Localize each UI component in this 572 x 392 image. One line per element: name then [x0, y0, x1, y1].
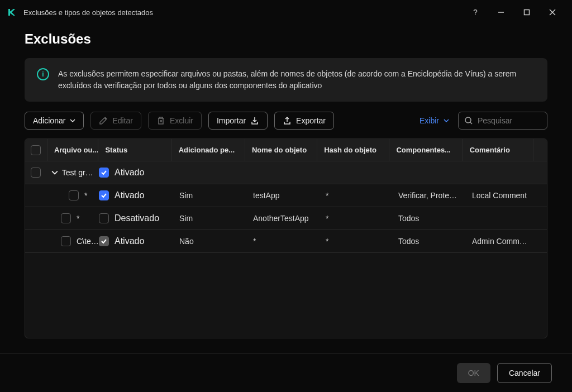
chevron-down-icon — [70, 118, 75, 123]
chevron-down-icon — [444, 118, 449, 123]
add-button-label: Adicionar — [33, 116, 65, 125]
info-text: As exclusões permitem especificar arquiv… — [58, 68, 535, 92]
status-checkbox[interactable] — [99, 236, 109, 246]
cell-file: Test gro... — [62, 168, 96, 177]
app-logo-icon — [7, 7, 17, 17]
import-button-label: Importar — [217, 116, 246, 125]
table-header: Arquivo ou... Status Adicionado pe... No… — [25, 139, 547, 161]
col-status[interactable]: Status — [98, 139, 171, 161]
cell-comment: Local Comment — [465, 191, 536, 200]
info-banner: i As exclusões permitem especificar arqu… — [25, 58, 547, 102]
col-check — [25, 139, 47, 161]
window-title: Exclusões e tipos de objetos detectados — [23, 8, 153, 17]
cell-added: Sim — [173, 191, 246, 200]
edit-button-label: Editar — [112, 116, 133, 125]
expand-icon[interactable] — [51, 169, 59, 176]
delete-button-label: Excluir — [170, 116, 193, 125]
svg-point-4 — [465, 117, 471, 123]
cell-objname: AnotherTestApp — [246, 214, 319, 223]
minimize-button[interactable] — [488, 3, 514, 21]
col-comp[interactable]: Componentes... — [389, 139, 463, 161]
cell-status: Desativado — [115, 213, 159, 223]
cancel-button[interactable]: Cancelar — [497, 363, 552, 383]
table-row[interactable]: Test gro... Ativado — [25, 161, 547, 184]
table-row[interactable]: * Ativado Sim testApp * Verificar, Prote… — [25, 184, 547, 207]
search-input[interactable] — [478, 116, 541, 125]
cell-comment: Admin Comment — [465, 237, 536, 246]
cell-file: C\test\te... — [77, 237, 99, 246]
import-button[interactable]: Importar — [208, 112, 268, 130]
titlebar: Exclusões e tipos de objetos detectados … — [0, 0, 572, 25]
content: Exclusões i As exclusões permitem especi… — [0, 25, 572, 338]
footer: OK Cancelar — [0, 353, 572, 392]
row-checkbox[interactable] — [69, 190, 79, 200]
cell-hash: * — [319, 214, 392, 223]
cell-hash: * — [319, 237, 392, 246]
cell-added: Não — [173, 237, 246, 246]
col-hash[interactable]: Hash do objeto — [317, 139, 389, 161]
table-row[interactable]: C\test\te... Ativado Não * * Todos Admin… — [25, 230, 547, 253]
status-checkbox[interactable] — [99, 213, 109, 223]
cell-objname: * — [246, 237, 319, 246]
search-box[interactable] — [458, 112, 547, 130]
page-title: Exclusões — [25, 31, 547, 47]
search-icon — [464, 116, 473, 125]
cell-comp: Todos — [392, 237, 465, 246]
view-button-label: Exibir — [420, 116, 439, 125]
col-scroll — [533, 139, 547, 161]
row-checkbox[interactable] — [31, 168, 41, 178]
svg-rect-1 — [525, 10, 530, 15]
cell-objname: testApp — [246, 191, 319, 200]
col-objname[interactable]: Nome do objeto — [245, 139, 317, 161]
view-button[interactable]: Exibir — [417, 112, 451, 130]
col-comment[interactable]: Comentário — [463, 139, 533, 161]
status-checkbox[interactable] — [99, 190, 109, 200]
close-button[interactable] — [540, 3, 565, 21]
col-file[interactable]: Arquivo ou... — [47, 139, 99, 161]
cell-added: Sim — [173, 214, 246, 223]
titlebar-left: Exclusões e tipos de objetos detectados — [7, 7, 153, 17]
select-all-checkbox[interactable] — [31, 145, 41, 155]
cell-status: Ativado — [115, 236, 144, 246]
import-icon — [250, 116, 259, 125]
ok-button: OK — [457, 363, 490, 383]
toolbar: Adicionar Editar Excluir Importar Export… — [25, 112, 547, 130]
edit-button: Editar — [90, 112, 141, 130]
svg-line-5 — [470, 122, 472, 124]
help-button[interactable]: ? — [463, 3, 488, 21]
trash-icon — [156, 116, 165, 125]
exclusions-table: Arquivo ou... Status Adicionado pe... No… — [25, 138, 547, 338]
row-checkbox[interactable] — [61, 236, 71, 246]
cell-hash: * — [319, 191, 392, 200]
maximize-button[interactable] — [514, 3, 540, 21]
cell-status: Ativado — [115, 190, 144, 200]
window-controls: ? — [463, 3, 565, 21]
add-button[interactable]: Adicionar — [25, 112, 84, 130]
info-icon: i — [37, 68, 49, 80]
col-added[interactable]: Adicionado pe... — [172, 139, 245, 161]
cell-status: Ativado — [115, 168, 144, 178]
export-button-label: Exportar — [296, 116, 326, 125]
cell-comp: Verificar, Proteç... — [392, 191, 465, 200]
export-button[interactable]: Exportar — [274, 112, 334, 130]
delete-button: Excluir — [148, 112, 202, 130]
table-row[interactable]: * Desativado Sim AnotherTestApp * Todos — [25, 207, 547, 230]
table-body: Test gro... Ativado — [25, 161, 547, 253]
cell-file: * — [77, 214, 79, 223]
row-checkbox[interactable] — [61, 213, 71, 223]
status-checkbox[interactable] — [99, 168, 109, 178]
cell-comp: Todos — [392, 214, 465, 223]
export-icon — [283, 116, 292, 125]
cell-file: * — [84, 191, 87, 200]
pencil-icon — [99, 116, 108, 125]
